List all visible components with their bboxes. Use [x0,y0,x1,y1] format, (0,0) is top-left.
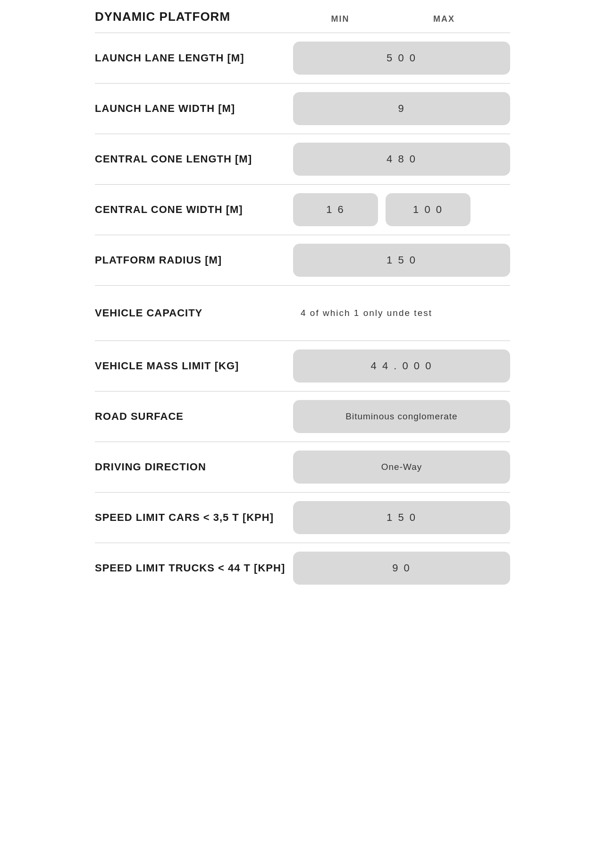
min-label: MIN [302,14,378,24]
values-vehicle-capacity: 4 of which 1 only unde test [293,294,510,332]
value-speed-limit-trucks-0: 9 0 [293,552,510,585]
label-vehicle-capacity: VEHICLE CAPACITY [95,306,293,320]
values-central-cone-width: 1 61 0 0 [293,193,510,226]
values-launch-lane-width: 9 [293,92,510,125]
value-launch-lane-length-0: 5 0 0 [293,42,510,75]
label-platform-radius: PLATFORM RADIUS [m] [95,254,293,267]
label-speed-limit-trucks: SPEED LIMIT TRUCKS < 44 t [kph] [95,562,293,575]
table-header: DYNAMIC PLATFORM MIN MAX [95,9,510,28]
row-vehicle-capacity: VEHICLE CAPACITY4 of which 1 only unde t… [95,285,510,340]
values-driving-direction: One-Way [293,451,510,484]
values-speed-limit-cars: 1 5 0 [293,501,510,534]
data-table: LAUNCH LANE LENGTH [m]5 0 0LAUNCH LANE W… [95,33,510,593]
value-road-surface-0: Bituminous conglomerate [293,400,510,433]
value-driving-direction-0: One-Way [293,451,510,484]
row-vehicle-mass-limit: VEHICLE MASS LIMIT [kg]4 4 . 0 0 0 [95,340,510,391]
label-central-cone-width: CENTRAL CONE WIDTH [m] [95,203,293,217]
values-platform-radius: 1 5 0 [293,244,510,277]
row-driving-direction: DRIVING DIRECTIONOne-Way [95,442,510,492]
values-central-cone-length: 4 8 0 [293,143,510,176]
row-speed-limit-trucks: SPEED LIMIT TRUCKS < 44 t [kph]9 0 [95,543,510,593]
row-launch-lane-width: LAUNCH LANE WIDTH [m]9 [95,83,510,134]
values-launch-lane-length: 5 0 0 [293,42,510,75]
row-central-cone-length: CENTRAL CONE LENGTH [m]4 8 0 [95,134,510,184]
label-driving-direction: DRIVING DIRECTION [95,460,293,474]
row-platform-radius: PLATFORM RADIUS [m]1 5 0 [95,235,510,285]
row-road-surface: ROAD SURFACEBituminous conglomerate [95,391,510,442]
values-vehicle-mass-limit: 4 4 . 0 0 0 [293,349,510,383]
label-vehicle-mass-limit: VEHICLE MASS LIMIT [kg] [95,359,293,373]
value-vehicle-mass-limit-0: 4 4 . 0 0 0 [293,349,510,383]
label-launch-lane-length: LAUNCH LANE LENGTH [m] [95,51,293,65]
value-launch-lane-width-0: 9 [293,92,510,125]
row-central-cone-width: CENTRAL CONE WIDTH [m]1 61 0 0 [95,184,510,235]
values-speed-limit-trucks: 9 0 [293,552,510,585]
row-launch-lane-length: LAUNCH LANE LENGTH [m]5 0 0 [95,33,510,83]
label-launch-lane-width: LAUNCH LANE WIDTH [m] [95,102,293,116]
label-central-cone-length: CENTRAL CONE LENGTH [m] [95,153,293,166]
value-vehicle-capacity-0: 4 of which 1 only unde test [293,294,440,332]
max-label: MAX [378,14,510,24]
values-road-surface: Bituminous conglomerate [293,400,510,433]
value-central-cone-length-0: 4 8 0 [293,143,510,176]
page-title: DYNAMIC PLATFORM [95,9,302,24]
label-road-surface: ROAD SURFACE [95,410,293,424]
row-speed-limit-cars: SPEED LIMIT CARS < 3,5 t [kph]1 5 0 [95,492,510,543]
value-platform-radius-0: 1 5 0 [293,244,510,277]
value-speed-limit-cars-0: 1 5 0 [293,501,510,534]
value-central-cone-width-0: 1 6 [293,193,378,226]
label-speed-limit-cars: SPEED LIMIT CARS < 3,5 t [kph] [95,511,293,525]
value-central-cone-width-1: 1 0 0 [386,193,471,226]
